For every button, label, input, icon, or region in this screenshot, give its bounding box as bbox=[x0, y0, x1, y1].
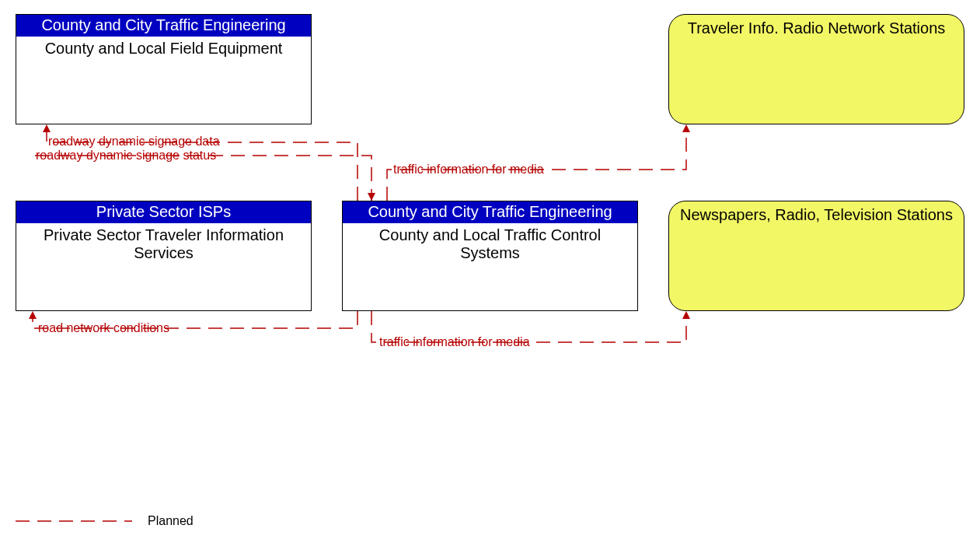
node-field-equipment-body: County and Local Field Equipment bbox=[16, 37, 311, 61]
legend-planned: Planned bbox=[148, 514, 194, 528]
node-traffic-control: County and City Traffic Engineering Coun… bbox=[342, 201, 638, 311]
node-private-isp: Private Sector ISPs Private Sector Trave… bbox=[16, 201, 312, 311]
label-signage-data: roadway dynamic signage data bbox=[48, 135, 220, 149]
node-private-isp-header: Private Sector ISPs bbox=[16, 201, 311, 223]
arrowhead-signage-status bbox=[368, 193, 375, 201]
label-road-conditions: road network conditions bbox=[38, 321, 169, 335]
arrowhead-traffic-media-bottom bbox=[682, 311, 690, 319]
arrowhead-traffic-media-top bbox=[682, 124, 690, 132]
node-radio-network-body: Traveler Info. Radio Network Stations bbox=[669, 19, 964, 37]
node-traffic-control-body: County and Local Traffic Control Systems bbox=[343, 223, 637, 265]
arrowhead-signage-data bbox=[43, 124, 51, 132]
node-newspapers-body: Newspapers, Radio, Television Stations bbox=[669, 206, 964, 224]
arrowhead-road-conditions bbox=[29, 311, 37, 319]
diagram-stage: County and City Traffic Engineering Coun… bbox=[0, 0, 980, 546]
node-private-isp-body: Private Sector Traveler Information Serv… bbox=[16, 223, 311, 265]
node-newspapers: Newspapers, Radio, Television Stations bbox=[668, 201, 964, 311]
label-signage-status: roadway dynamic signage status bbox=[36, 149, 216, 163]
label-traffic-media-top: traffic information for media bbox=[393, 163, 544, 177]
node-field-equipment: County and City Traffic Engineering Coun… bbox=[16, 14, 312, 124]
node-radio-network: Traveler Info. Radio Network Stations bbox=[668, 14, 964, 124]
label-traffic-media-bottom: traffic information for media bbox=[379, 335, 530, 349]
node-field-equipment-header: County and City Traffic Engineering bbox=[16, 15, 311, 37]
node-traffic-control-header: County and City Traffic Engineering bbox=[343, 201, 637, 223]
